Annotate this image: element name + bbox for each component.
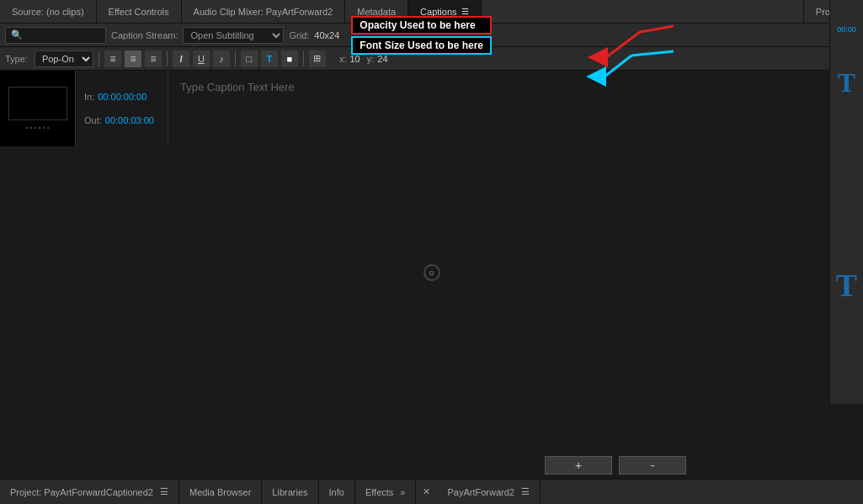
box-outline-button[interactable]: □ [241, 50, 258, 67]
right-panel-logo-bottom: T [836, 267, 857, 304]
type-label: Type: [5, 54, 28, 64]
thumb-dots: • • • • • • [26, 124, 50, 131]
align-right-button[interactable]: ≡ [145, 50, 162, 67]
bottom-tab-libraries[interactable]: Libraries [262, 480, 318, 505]
libraries-label: Libraries [272, 487, 307, 497]
panel-close-x[interactable]: ✕ [416, 486, 437, 497]
text-T-button[interactable]: T [261, 50, 278, 67]
tab-effect-controls-label: Effect Controls [109, 7, 169, 17]
remove-button[interactable]: - [619, 456, 686, 475]
info-label: Info [329, 487, 344, 497]
tab-audio-clip-mixer-label: Audio Clip Mixer: PayArtForward2 [194, 7, 333, 17]
search-box[interactable]: 🔍 [5, 27, 106, 44]
bottom-bar: Project: PayArtForwardCaptioned2 ☰ Media… [0, 479, 863, 504]
search-icon: 🔍 [11, 29, 23, 40]
caption-meta: In: 00:00:00:00 Out: 00:00:03:00 [76, 71, 168, 146]
in-time[interactable]: 00:00:00:00 [98, 92, 146, 102]
project-menu-icon[interactable]: ☰ [160, 486, 168, 497]
bottom-tab-info[interactable]: Info [319, 480, 355, 505]
color-box-button[interactable]: ■ [281, 50, 298, 67]
caption-area: • • • • • • In: 00:00:00:00 Out: 00:00:0… [0, 71, 863, 146]
bottom-tab-payartforward[interactable]: PayArtForward2 ☰ [437, 480, 540, 505]
type-select[interactable]: Pop-On [35, 50, 93, 67]
tab-source-label: Source: (no clips) [12, 7, 84, 17]
out-time[interactable]: 00:00:03:00 [105, 115, 154, 125]
bottom-tab-project[interactable]: Project: PayArtForwardCaptioned2 ☰ [0, 480, 179, 505]
tab-effect-controls[interactable]: Effect Controls [97, 0, 182, 24]
main-content: ○ [0, 146, 863, 399]
caption-stream-select[interactable]: Open Subtitling [183, 27, 284, 44]
x-label: x: [339, 54, 347, 64]
effects-label: Effects [365, 487, 393, 497]
add-button[interactable]: + [545, 456, 612, 475]
payartforward-menu-icon[interactable]: ☰ [521, 486, 530, 497]
right-panel: T T [829, 0, 863, 404]
y-label: y: [367, 54, 375, 64]
in-time-row: In: 00:00:00:00 [84, 92, 159, 102]
bottom-tab-media-browser[interactable]: Media Browser [179, 480, 262, 505]
opacity-annotation-box: Opacity Used to be here [351, 16, 492, 34]
captions-menu-icon[interactable]: ☰ [461, 7, 469, 16]
annotation-boxes: Opacity Used to be here Font Size Used t… [351, 16, 492, 55]
align-left-button[interactable]: ≡ [104, 50, 121, 67]
out-label: Out: [84, 115, 102, 125]
x-value: 10 [349, 54, 360, 64]
caption-stream-label: Caption Stream: [111, 30, 178, 40]
toolbar-row1: 🔍 Caption Stream: Open Subtitling Grid: … [0, 24, 863, 47]
grid-label: Grid: [289, 30, 309, 40]
opacity-label: Opacity Used to be here [360, 19, 475, 31]
right-panel-logo-top: T [838, 67, 855, 98]
tab-source[interactable]: Source: (no clips) [0, 0, 97, 24]
project-tab-label: Project: PayArtForwardCaptioned2 [10, 487, 153, 497]
effects-expand-icon[interactable]: » [400, 487, 405, 497]
loading-spinner: ○ [424, 264, 440, 281]
right-time-display: 00:00 [829, 24, 863, 34]
caption-thumbnail: • • • • • • [0, 71, 76, 146]
grid-value: 40x24 [314, 30, 339, 40]
y-value: 24 [377, 54, 387, 64]
loading-icon: ○ [429, 268, 434, 278]
payartforward-label: PayArtForward2 [447, 487, 514, 497]
align-center-button[interactable]: ≡ [125, 50, 141, 67]
media-browser-label: Media Browser [189, 487, 251, 497]
italic-button[interactable]: I [173, 50, 189, 67]
separator-1 [99, 51, 99, 66]
bottom-tab-effects[interactable]: Effects » [355, 480, 417, 505]
right-controls: + - [545, 456, 686, 475]
music-button[interactable]: ♪ [213, 50, 230, 67]
in-label: In: [84, 92, 94, 102]
separator-3 [235, 51, 236, 66]
separator-4 [303, 51, 304, 66]
thumb-preview [8, 87, 67, 120]
svg-line-4 [640, 26, 674, 32]
separator-2 [167, 51, 168, 66]
underline-button[interactable]: U [193, 50, 210, 67]
fontsize-label: Font Size Used to be here [360, 40, 483, 51]
grid-icon-button[interactable]: ⊞ [309, 50, 326, 67]
tab-audio-clip-mixer[interactable]: Audio Clip Mixer: PayArtForward2 [182, 0, 346, 24]
caption-text: Type Caption Text Here [180, 81, 295, 93]
fontsize-annotation-box: Font Size Used to be here [351, 36, 492, 55]
caption-text-area[interactable]: Type Caption Text Here [168, 71, 863, 146]
right-time-value: 00:00 [837, 25, 856, 34]
out-time-row: Out: 00:00:03:00 [84, 115, 159, 125]
